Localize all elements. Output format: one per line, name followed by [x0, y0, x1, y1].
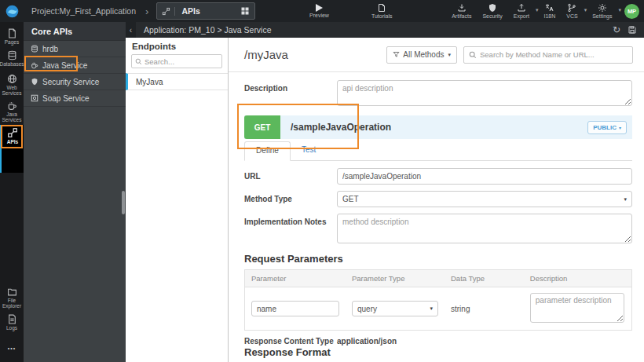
caret-down-icon: ▾	[624, 196, 627, 203]
vcs-button[interactable]: VCS	[566, 3, 577, 19]
rail-item-logs[interactable]: Logs	[0, 314, 24, 331]
service-title: /myJava	[244, 48, 288, 61]
sidebar-item-security-service[interactable]: Security Service	[24, 74, 126, 90]
branch-icon	[567, 3, 576, 13]
operation-bar: GET /sampleJavaOperation PUBLIC ▾	[244, 115, 632, 139]
all-methods-filter[interactable]: All Methods ▾	[386, 46, 457, 64]
i18n-button[interactable]: I18N	[543, 3, 555, 19]
tab-test[interactable]: Test	[291, 141, 327, 160]
breadcrumb: Application: PM_10 > Java Service	[144, 25, 613, 35]
method-badge[interactable]: GET	[244, 115, 280, 139]
collapse-panel-button[interactable]: ‹	[126, 22, 136, 38]
column-header: Description	[524, 270, 632, 287]
top-bar: Project:My_First_Application › APIs Prev…	[0, 0, 644, 22]
caret-down-icon: ▾	[430, 305, 433, 312]
operation-path: /sampleJavaOperation	[291, 122, 587, 133]
globe-icon	[7, 74, 17, 84]
impl-notes-textarea[interactable]	[337, 214, 632, 243]
parameter-name-input[interactable]	[251, 301, 339, 316]
url-input[interactable]	[337, 168, 632, 185]
response-content-type-label: Response Content Type	[244, 337, 337, 346]
grid-icon[interactable]	[240, 6, 250, 16]
description-label: Description	[244, 80, 337, 109]
page-icon	[7, 28, 17, 38]
method-search-input[interactable]	[480, 50, 628, 59]
user-avatar[interactable]: MP	[624, 4, 639, 19]
rail-item-file-explorer[interactable]: File Explorer	[0, 287, 24, 309]
request-parameters-table: Parameter Parameter Type Data Type Descr…	[244, 269, 632, 331]
refresh-icon[interactable]: ↻	[613, 24, 620, 35]
response-format-title: Response Format	[244, 346, 632, 358]
play-icon	[316, 4, 323, 12]
caret-down-icon: ▾	[619, 125, 621, 130]
brand-logo-icon[interactable]	[0, 0, 24, 22]
vcs-caret-icon: ▾	[584, 7, 587, 13]
caret-down-icon: ▾	[448, 52, 451, 58]
sidebar-item-hrdb[interactable]: hrdb	[24, 41, 126, 57]
operation-tabs: Define Test	[244, 141, 632, 161]
method-type-select[interactable]: GET ▾	[337, 191, 632, 207]
parameter-type-select[interactable]: query ▾	[352, 301, 438, 316]
core-apis-panel: Core APIs hrdb Java Service Security Ser…	[24, 22, 126, 362]
save-icon[interactable]	[628, 25, 637, 35]
sidebar-item-label: Security Service	[42, 78, 99, 86]
sidebar-item-label: Soap Service	[42, 94, 89, 103]
rail-item-web-services[interactable]: Web Services	[0, 74, 24, 97]
export-caret-icon: ▾	[536, 7, 539, 13]
export-button[interactable]: Export	[514, 3, 529, 19]
rail-item-pages[interactable]: Pages	[0, 28, 24, 45]
sidebar-item-soap-service[interactable]: Soap Service	[24, 90, 126, 107]
document-icon	[377, 3, 386, 13]
security-button[interactable]: Security	[482, 3, 502, 19]
database-icon	[7, 50, 17, 60]
apis-workspace-tab[interactable]: APIs	[156, 2, 255, 20]
column-header: Parameter	[245, 270, 346, 287]
project-name[interactable]: Project:My_First_Application	[31, 6, 136, 16]
folder-icon	[7, 287, 17, 297]
language-icon	[544, 3, 554, 13]
log-file-icon	[7, 314, 17, 324]
artifacts-button[interactable]: Artifacts	[452, 3, 471, 19]
download-icon	[457, 3, 467, 13]
parameter-description-textarea[interactable]	[530, 293, 624, 323]
endpoints-title: Endpoints	[126, 38, 228, 54]
search-icon	[469, 51, 477, 59]
endpoints-search	[131, 54, 222, 68]
preview-button[interactable]: Preview	[309, 4, 329, 18]
method-type-label: Method Type	[244, 191, 337, 207]
gear-icon	[598, 3, 607, 13]
impl-notes-label: Implementation Notes	[244, 214, 337, 247]
search-icon	[135, 58, 142, 65]
left-rail: Pages Databases Web Services Java Servic…	[0, 22, 24, 362]
rail-item-apis[interactable]: APIs	[0, 125, 24, 173]
sidebar-item-java-service[interactable]: Java Service	[24, 57, 126, 74]
visibility-dropdown[interactable]: PUBLIC ▾	[587, 121, 627, 134]
soap-icon	[31, 94, 38, 102]
rail-item-databases[interactable]: Databases	[0, 50, 24, 67]
sidebar-item-label: hrdb	[42, 45, 58, 53]
database-icon	[31, 45, 38, 53]
rail-overflow-icon[interactable]: •••	[0, 346, 24, 351]
tab-define[interactable]: Define	[244, 141, 291, 161]
endpoints-search-input[interactable]	[145, 57, 215, 66]
tutorials-button[interactable]: Tutorials	[371, 3, 393, 19]
app-window: Project:My_First_Application › APIs Prev…	[0, 0, 644, 362]
endpoint-item-myjava[interactable]: MyJava	[126, 73, 228, 90]
sidebar-scrollbar[interactable]	[122, 191, 125, 214]
service-header: /myJava All Methods ▾	[229, 38, 644, 72]
method-search	[463, 46, 633, 64]
rail-item-java-services[interactable]: Java Services	[0, 101, 24, 123]
url-label: URL	[244, 168, 337, 185]
coffee-icon	[31, 61, 38, 69]
settings-button[interactable]: Settings	[592, 3, 612, 19]
column-header: Parameter Type	[346, 270, 445, 287]
apis-icon	[7, 127, 18, 138]
upload-icon	[517, 3, 526, 13]
endpoints-panel: Endpoints MyJava	[126, 38, 229, 362]
coffee-icon	[7, 101, 17, 111]
column-header: Data Type	[445, 270, 524, 287]
response-content-type-value: application/json	[337, 337, 397, 346]
description-textarea[interactable]	[337, 80, 632, 106]
data-type-value: string	[445, 287, 524, 331]
table-row: query ▾ string	[245, 287, 632, 331]
